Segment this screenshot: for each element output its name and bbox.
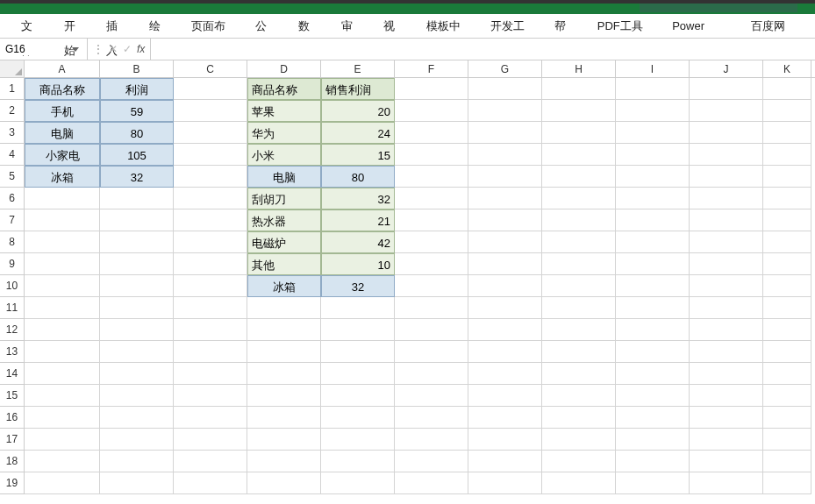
cell[interactable]: [395, 275, 468, 297]
cell[interactable]: [616, 319, 690, 341]
cell[interactable]: [395, 297, 468, 319]
cell[interactable]: [321, 451, 395, 472]
cell[interactable]: 热水器: [247, 209, 321, 231]
tab-file[interactable]: 文件: [11, 14, 54, 39]
cell[interactable]: [25, 472, 100, 494]
row-header[interactable]: 3: [0, 122, 25, 144]
cell[interactable]: [690, 341, 763, 363]
cell[interactable]: [174, 209, 247, 231]
cell[interactable]: [174, 429, 247, 451]
cell[interactable]: [25, 319, 100, 341]
row-header[interactable]: 19: [0, 472, 25, 494]
tab-pagelayout[interactable]: 页面布局: [181, 14, 245, 39]
cell[interactable]: [763, 144, 811, 166]
name-box[interactable]: [5, 43, 58, 55]
cell[interactable]: [690, 209, 763, 231]
cell[interactable]: [542, 188, 616, 209]
cell[interactable]: [690, 275, 763, 297]
cell[interactable]: [690, 385, 763, 407]
cell[interactable]: [321, 385, 395, 407]
tab-data[interactable]: 数据: [288, 14, 331, 39]
cell[interactable]: [25, 341, 100, 363]
cell[interactable]: 冰箱: [247, 275, 321, 297]
cell[interactable]: [763, 297, 811, 319]
cell[interactable]: [247, 363, 321, 385]
cell[interactable]: [542, 253, 616, 275]
cell[interactable]: [763, 407, 811, 429]
cell[interactable]: [395, 341, 468, 363]
cell[interactable]: [616, 100, 690, 122]
fx-icon[interactable]: fx: [137, 43, 145, 55]
cell[interactable]: [25, 188, 100, 209]
cell[interactable]: [542, 100, 616, 122]
cell[interactable]: 105: [100, 144, 174, 166]
cell[interactable]: 苹果: [247, 100, 321, 122]
cell[interactable]: [542, 297, 616, 319]
cell[interactable]: [247, 297, 321, 319]
cell[interactable]: [616, 451, 690, 472]
cell[interactable]: 冰箱: [25, 166, 100, 188]
row-header[interactable]: 11: [0, 297, 25, 319]
cell[interactable]: [25, 253, 100, 275]
cell[interactable]: 32: [100, 166, 174, 188]
cell[interactable]: [174, 78, 247, 100]
cell[interactable]: [542, 341, 616, 363]
cell[interactable]: [174, 472, 247, 494]
cell[interactable]: [616, 341, 690, 363]
cell[interactable]: [616, 209, 690, 231]
cell[interactable]: [247, 429, 321, 451]
cell[interactable]: [321, 407, 395, 429]
cell[interactable]: [174, 451, 247, 472]
tab-insert[interactable]: 插入: [96, 14, 139, 39]
cell[interactable]: [616, 188, 690, 209]
tab-templates[interactable]: 模板中心: [416, 14, 480, 39]
cell[interactable]: [395, 385, 468, 407]
cell[interactable]: [100, 472, 174, 494]
col-header[interactable]: D: [247, 60, 321, 77]
cell[interactable]: [395, 166, 468, 188]
col-header[interactable]: A: [25, 60, 100, 77]
cell[interactable]: [690, 166, 763, 188]
cell[interactable]: [468, 231, 542, 253]
cell[interactable]: [690, 144, 763, 166]
cell[interactable]: [690, 100, 763, 122]
cell[interactable]: 销售利润: [321, 78, 395, 100]
cell[interactable]: [616, 166, 690, 188]
cell[interactable]: 小家电: [25, 144, 100, 166]
cell[interactable]: [763, 385, 811, 407]
cell[interactable]: [247, 385, 321, 407]
cell[interactable]: [395, 451, 468, 472]
cell[interactable]: [763, 472, 811, 494]
col-header[interactable]: G: [468, 60, 542, 77]
cell[interactable]: 刮胡刀: [247, 188, 321, 209]
cancel-icon[interactable]: ✕: [109, 43, 118, 55]
col-header[interactable]: H: [542, 60, 616, 77]
cell[interactable]: [25, 451, 100, 472]
cell[interactable]: [542, 275, 616, 297]
cell[interactable]: 80: [100, 122, 174, 144]
cell[interactable]: [763, 451, 811, 472]
cell[interactable]: 电脑: [25, 122, 100, 144]
cell[interactable]: [690, 472, 763, 494]
cell[interactable]: [690, 297, 763, 319]
cell[interactable]: [542, 407, 616, 429]
cell[interactable]: [616, 144, 690, 166]
cell[interactable]: [395, 122, 468, 144]
cell[interactable]: [25, 429, 100, 451]
row-header[interactable]: 9: [0, 253, 25, 275]
cell[interactable]: [247, 319, 321, 341]
cell[interactable]: [395, 78, 468, 100]
cell[interactable]: [542, 429, 616, 451]
cell[interactable]: [763, 429, 811, 451]
cell[interactable]: [395, 363, 468, 385]
cell[interactable]: [468, 429, 542, 451]
row-header[interactable]: 4: [0, 144, 25, 166]
cell[interactable]: [468, 144, 542, 166]
cell[interactable]: [100, 231, 174, 253]
cell[interactable]: [468, 472, 542, 494]
cell[interactable]: [468, 100, 542, 122]
confirm-icon[interactable]: ✓: [123, 43, 132, 55]
cell[interactable]: [616, 429, 690, 451]
cell[interactable]: [763, 275, 811, 297]
row-header[interactable]: 17: [0, 429, 25, 451]
